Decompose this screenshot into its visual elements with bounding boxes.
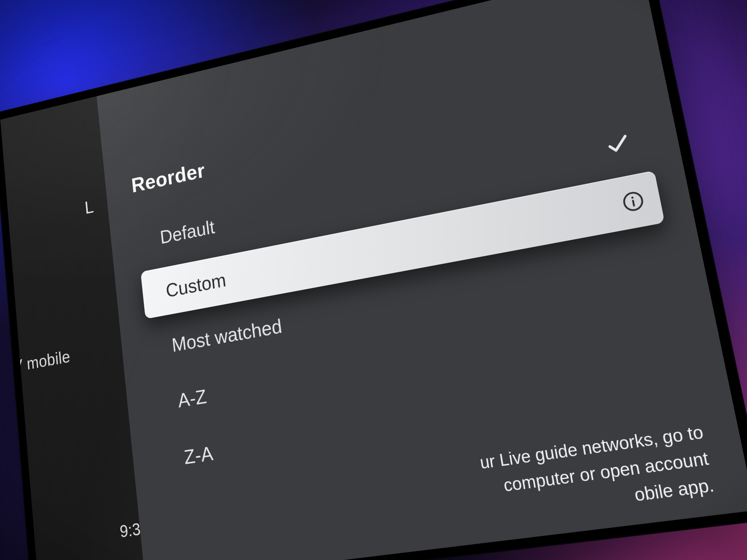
- help-text: ur Live guide networks, go to computer o…: [478, 419, 716, 527]
- background-time-fragment: 9:3: [119, 519, 142, 541]
- tv-frame: L Tube TV mobile 9:3 Reorder Default: [0, 0, 747, 560]
- option-label: Default: [159, 216, 216, 248]
- background-tab-fragment: L: [84, 196, 94, 218]
- help-line-2: computer or open account: [502, 448, 710, 495]
- tv-screen: L Tube TV mobile 9:3 Reorder Default: [0, 0, 747, 560]
- option-label: Z-A: [183, 442, 214, 469]
- background-caption-fragment: Tube TV mobile: [0, 346, 71, 384]
- svg-line-1: [633, 200, 634, 206]
- app-root: L Tube TV mobile 9:3 Reorder Default: [0, 0, 747, 560]
- help-line-1: ur Live guide networks, go to: [478, 422, 705, 473]
- stage: L Tube TV mobile 9:3 Reorder Default: [0, 0, 747, 560]
- reorder-sheet: Reorder Default Custom: [97, 0, 747, 560]
- option-label: Most watched: [171, 315, 283, 357]
- svg-point-0: [623, 191, 644, 212]
- option-label: A-Z: [177, 385, 208, 412]
- info-icon[interactable]: [620, 189, 646, 214]
- help-line-3: obile app.: [633, 475, 716, 505]
- check-icon: [603, 129, 633, 158]
- option-label: Custom: [165, 268, 227, 302]
- svg-point-2: [631, 196, 634, 199]
